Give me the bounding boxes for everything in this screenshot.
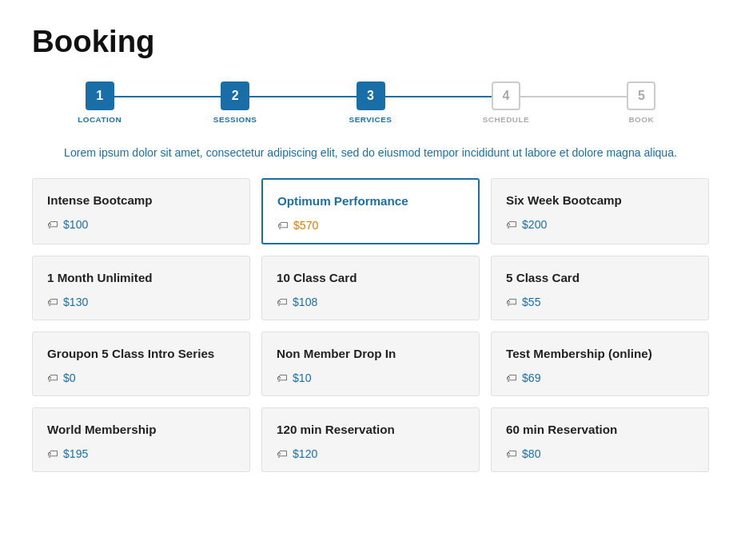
card-price-row-test-membership: 🏷$69 bbox=[506, 371, 694, 384]
card-price-row-5-class-card: 🏷$55 bbox=[506, 296, 694, 308]
service-card-optimum-performance[interactable]: Optimum Performance🏷$570 bbox=[261, 178, 480, 244]
step-5-circle: 5 bbox=[627, 81, 655, 110]
card-price-row-intense-bootcamp: 🏷$100 bbox=[47, 218, 235, 231]
step-4[interactable]: 4 SCHEDULE bbox=[438, 81, 573, 124]
card-title-groupon-5-class: Groupon 5 Class Intro Series bbox=[47, 347, 235, 360]
step-4-label: SCHEDULE bbox=[483, 115, 529, 124]
card-title-5-class-card: 5 Class Card bbox=[506, 271, 694, 284]
card-price-row-optimum-performance: 🏷$570 bbox=[277, 219, 464, 232]
card-price-row-1-month-unlimited: 🏷$130 bbox=[47, 296, 235, 308]
card-title-60-min-reservation: 60 min Reservation bbox=[506, 423, 694, 436]
price-tag-icon: 🏷 bbox=[47, 296, 58, 308]
card-price-row-60-min-reservation: 🏷$80 bbox=[506, 447, 694, 460]
step-3[interactable]: 3 SERVICES bbox=[303, 81, 438, 124]
step-2[interactable]: 2 SESSIONS bbox=[167, 81, 302, 124]
price-tag-icon: 🏷 bbox=[277, 296, 288, 308]
service-card-groupon-5-class[interactable]: Groupon 5 Class Intro Series🏷$0 bbox=[32, 332, 250, 396]
card-price-groupon-5-class: $0 bbox=[63, 371, 76, 384]
card-price-row-120-min-reservation: 🏷$120 bbox=[277, 447, 464, 460]
service-card-intense-bootcamp[interactable]: Intense Bootcamp🏷$100 bbox=[32, 178, 250, 244]
service-card-60-min-reservation[interactable]: 60 min Reservation🏷$80 bbox=[491, 407, 709, 472]
card-price-world-membership: $195 bbox=[63, 447, 88, 460]
card-price-optimum-performance: $570 bbox=[293, 219, 318, 232]
card-price-1-month-unlimited: $130 bbox=[63, 296, 88, 308]
step-3-label: SERVICES bbox=[349, 115, 392, 124]
page-title: Booking bbox=[32, 24, 709, 59]
card-title-test-membership: Test Membership (online) bbox=[506, 347, 694, 360]
service-card-10-class-card[interactable]: 10 Class Card🏷$108 bbox=[261, 256, 480, 320]
service-card-test-membership[interactable]: Test Membership (online)🏷$69 bbox=[491, 332, 709, 396]
step-2-circle: 2 bbox=[221, 81, 249, 110]
price-tag-icon: 🏷 bbox=[506, 372, 517, 384]
card-price-six-week-bootcamp: $200 bbox=[522, 218, 547, 231]
card-price-row-six-week-bootcamp: 🏷$200 bbox=[506, 218, 694, 231]
price-tag-icon: 🏷 bbox=[277, 448, 288, 460]
price-tag-icon: 🏷 bbox=[277, 220, 289, 232]
price-tag-icon: 🏷 bbox=[47, 372, 58, 384]
card-title-1-month-unlimited: 1 Month Unlimited bbox=[47, 271, 235, 284]
step-5-label: BOOK bbox=[628, 115, 654, 124]
step-2-label: SESSIONS bbox=[213, 115, 257, 124]
step-4-circle: 4 bbox=[492, 81, 520, 110]
card-price-row-non-member-drop-in: 🏷$10 bbox=[277, 371, 464, 384]
step-5[interactable]: 5 BOOK bbox=[574, 81, 709, 124]
card-price-10-class-card: $108 bbox=[293, 296, 317, 308]
price-tag-icon: 🏷 bbox=[506, 448, 517, 460]
service-card-1-month-unlimited[interactable]: 1 Month Unlimited🏷$130 bbox=[32, 256, 250, 320]
price-tag-icon: 🏷 bbox=[277, 372, 288, 384]
card-price-row-world-membership: 🏷$195 bbox=[47, 447, 235, 460]
service-card-six-week-bootcamp[interactable]: Six Week Bootcamp🏷$200 bbox=[491, 178, 709, 244]
step-3-circle: 3 bbox=[357, 81, 385, 110]
price-tag-icon: 🏷 bbox=[506, 219, 517, 231]
card-price-intense-bootcamp: $100 bbox=[63, 218, 88, 231]
progress-steps: 1 LOCATION 2 SESSIONS 3 SERVICES 4 SCHED… bbox=[32, 81, 709, 124]
step-1-label: LOCATION bbox=[78, 115, 122, 124]
card-title-non-member-drop-in: Non Member Drop In bbox=[277, 347, 464, 360]
service-card-non-member-drop-in[interactable]: Non Member Drop In🏷$10 bbox=[261, 332, 480, 396]
card-price-non-member-drop-in: $10 bbox=[293, 371, 312, 384]
service-card-120-min-reservation[interactable]: 120 min Reservation🏷$120 bbox=[261, 407, 480, 472]
card-price-60-min-reservation: $80 bbox=[522, 447, 541, 460]
card-title-10-class-card: 10 Class Card bbox=[277, 271, 464, 284]
card-title-optimum-performance: Optimum Performance bbox=[277, 194, 464, 208]
card-price-row-10-class-card: 🏷$108 bbox=[277, 296, 464, 308]
price-tag-icon: 🏷 bbox=[47, 448, 58, 460]
card-price-120-min-reservation: $120 bbox=[293, 447, 317, 460]
card-price-5-class-card: $55 bbox=[522, 296, 541, 308]
step-1[interactable]: 1 LOCATION bbox=[32, 81, 167, 124]
step-1-circle: 1 bbox=[86, 81, 114, 110]
price-tag-icon: 🏷 bbox=[47, 219, 58, 231]
card-title-intense-bootcamp: Intense Bootcamp bbox=[47, 193, 235, 207]
price-tag-icon: 🏷 bbox=[506, 296, 517, 308]
card-price-row-groupon-5-class: 🏷$0 bbox=[47, 371, 235, 384]
card-title-120-min-reservation: 120 min Reservation bbox=[277, 423, 464, 436]
card-title-six-week-bootcamp: Six Week Bootcamp bbox=[506, 193, 694, 207]
card-title-world-membership: World Membership bbox=[47, 423, 235, 436]
service-card-world-membership[interactable]: World Membership🏷$195 bbox=[32, 407, 250, 472]
service-cards-grid: Intense Bootcamp🏷$100Optimum Performance… bbox=[32, 178, 709, 472]
card-price-test-membership: $69 bbox=[522, 371, 541, 384]
description-text: Lorem ipsum dolor sit amet, consectetur … bbox=[32, 146, 709, 159]
service-card-5-class-card[interactable]: 5 Class Card🏷$55 bbox=[491, 256, 709, 320]
